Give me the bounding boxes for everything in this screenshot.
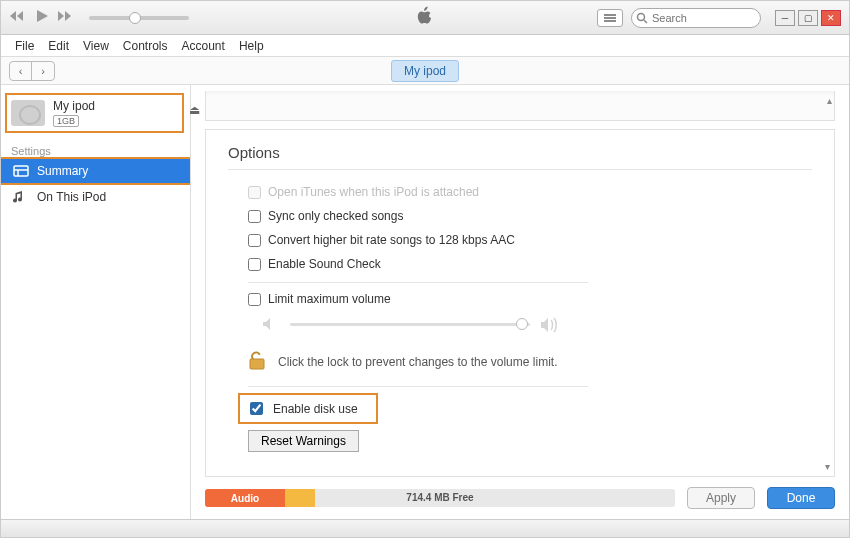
player-toolbar: ─ ▢ ✕: [1, 1, 849, 35]
checkbox-open-itunes[interactable]: [248, 186, 261, 199]
device-name: My ipod: [53, 99, 95, 113]
option-convert[interactable]: Convert higher bit rate songs to 128 kbp…: [228, 228, 812, 252]
top-panel-stub: ▴: [205, 91, 835, 121]
music-note-icon: [13, 190, 29, 204]
lock-icon[interactable]: [248, 349, 266, 374]
checkbox-enable-disk[interactable]: [250, 402, 263, 415]
storage-audio-segment: Audio: [205, 489, 285, 507]
menu-controls[interactable]: Controls: [117, 37, 174, 55]
sidebar-summary-label: Summary: [37, 164, 88, 178]
bottom-bar: Audio 714.4 MB Free Apply Done: [191, 477, 849, 519]
checkbox-convert[interactable]: [248, 234, 261, 247]
device-entry[interactable]: My ipod 1GB ⏏: [5, 93, 184, 133]
option-sync-checked[interactable]: Sync only checked songs: [228, 204, 812, 228]
option-open-itunes[interactable]: Open iTunes when this iPod is attached: [228, 180, 812, 204]
svg-rect-6: [250, 359, 264, 369]
sidebar-on-ipod-label: On This iPod: [37, 190, 106, 204]
play-icon[interactable]: [35, 9, 49, 26]
forward-icon[interactable]: [57, 10, 75, 25]
forward-button[interactable]: ›: [32, 62, 54, 80]
status-bar: [1, 519, 849, 537]
rewind-icon[interactable]: [9, 10, 27, 25]
volume-slider[interactable]: [89, 16, 189, 20]
menu-bar: File Edit View Controls Account Help: [1, 35, 849, 57]
menu-view[interactable]: View: [77, 37, 115, 55]
search-input[interactable]: [631, 8, 761, 28]
lock-row: Click the lock to prevent changes to the…: [228, 341, 812, 382]
sidebar-item-summary[interactable]: Summary: [1, 157, 190, 185]
menu-file[interactable]: File: [9, 37, 40, 55]
apple-logo-icon: [416, 6, 434, 29]
storage-free-text: 714.4 MB Free: [406, 492, 473, 503]
sidebar: My ipod 1GB ⏏ Settings Summary On This i…: [1, 85, 191, 519]
volume-limit-row: [228, 311, 812, 341]
playback-controls: [9, 9, 75, 26]
menu-help[interactable]: Help: [233, 37, 270, 55]
menu-edit[interactable]: Edit: [42, 37, 75, 55]
volume-limit-slider[interactable]: [290, 323, 530, 326]
list-view-icon[interactable]: [597, 9, 623, 27]
options-title: Options: [228, 144, 812, 170]
speaker-low-icon: [262, 317, 280, 331]
done-button[interactable]: Done: [767, 487, 835, 509]
window-controls: ─ ▢ ✕: [775, 10, 841, 26]
back-button[interactable]: ‹: [10, 62, 32, 80]
ipod-icon: [11, 100, 45, 126]
options-panel: Options Open iTunes when this iPod is at…: [205, 129, 835, 477]
scroll-up-icon[interactable]: ▴: [827, 95, 832, 106]
lock-hint-text: Click the lock to prevent changes to the…: [278, 355, 557, 369]
svg-rect-3: [14, 166, 28, 176]
eject-icon[interactable]: ⏏: [189, 103, 200, 117]
reset-warnings-button[interactable]: Reset Warnings: [248, 430, 359, 452]
storage-bar: Audio 714.4 MB Free: [205, 489, 675, 507]
storage-other-segment: [285, 489, 315, 507]
summary-icon: [13, 164, 29, 178]
option-enable-disk[interactable]: Enable disk use: [238, 393, 378, 424]
nav-buttons: ‹ ›: [9, 61, 55, 81]
option-limit-volume[interactable]: Limit maximum volume: [228, 287, 812, 311]
close-button[interactable]: ✕: [821, 10, 841, 26]
speaker-high-icon: [540, 317, 558, 331]
option-sound-check[interactable]: Enable Sound Check: [228, 252, 812, 276]
apply-button[interactable]: Apply: [687, 487, 755, 509]
sidebar-item-on-ipod[interactable]: On This iPod: [1, 185, 190, 209]
minimize-button[interactable]: ─: [775, 10, 795, 26]
content-area: ▴ Options Open iTunes when this iPod is …: [191, 85, 849, 519]
checkbox-sound-check[interactable]: [248, 258, 261, 271]
checkbox-sync-checked[interactable]: [248, 210, 261, 223]
device-tab[interactable]: My ipod: [391, 60, 459, 82]
device-capacity: 1GB: [53, 115, 79, 127]
checkbox-limit-volume[interactable]: [248, 293, 261, 306]
maximize-button[interactable]: ▢: [798, 10, 818, 26]
scroll-down-icon[interactable]: ▾: [825, 461, 830, 472]
breadcrumb-bar: ‹ › My ipod: [1, 57, 849, 85]
menu-account[interactable]: Account: [176, 37, 231, 55]
